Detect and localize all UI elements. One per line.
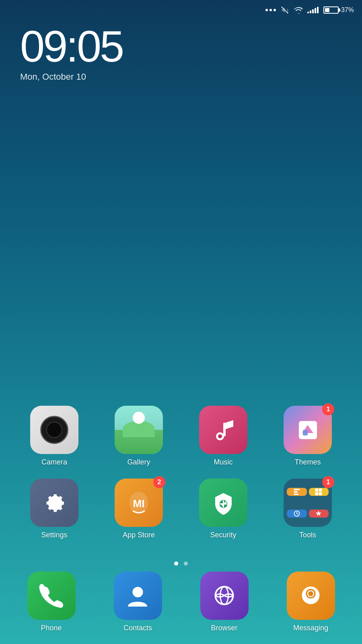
- app-row-2: Settings 2 MI App Store: [12, 479, 350, 539]
- clock-container: 09:05 Mon, October 10: [20, 24, 123, 82]
- app-camera[interactable]: Camera: [22, 406, 86, 466]
- contacts-icon: [114, 572, 162, 620]
- phone-icon: [27, 572, 76, 620]
- appstore-badge: 2: [153, 476, 165, 488]
- security-label: Security: [210, 531, 236, 539]
- wifi-icon: [294, 6, 302, 14]
- messaging-label: Messaging: [293, 624, 328, 632]
- contacts-svg: [125, 582, 151, 609]
- signal-icon: [307, 7, 319, 13]
- dock-phone[interactable]: Phone: [19, 572, 84, 632]
- app-music[interactable]: Music: [191, 406, 255, 466]
- page-dot-1[interactable]: [174, 561, 178, 566]
- settings-label: Settings: [41, 531, 67, 539]
- bar5: [317, 7, 319, 13]
- bar2: [310, 10, 311, 13]
- svg-rect-14: [315, 488, 319, 491]
- app-themes[interactable]: 1 Themes: [276, 406, 340, 466]
- browser-label: Browser: [211, 624, 237, 632]
- battery-percent: 37%: [341, 6, 354, 14]
- gallery-sun: [133, 412, 145, 424]
- clock-date: Mon, October 10: [20, 72, 123, 82]
- gallery-scene: [115, 406, 163, 454]
- tool-mini-3: [287, 510, 307, 518]
- svg-point-21: [133, 587, 143, 597]
- bar4: [315, 8, 316, 13]
- browser-icon: [200, 572, 249, 620]
- gallery-icon: [115, 406, 163, 454]
- svg-line-20: [297, 514, 298, 514]
- app-tools[interactable]: 1 Tools: [276, 479, 340, 539]
- contacts-label: Contacts: [123, 624, 152, 632]
- dot1: [265, 9, 268, 11]
- svg-rect-5: [303, 430, 308, 436]
- messaging-icon: [287, 572, 335, 620]
- dock-messaging[interactable]: Messaging: [279, 572, 343, 632]
- svg-point-2: [218, 434, 222, 438]
- app-row-1: Camera Gallery: [12, 406, 350, 466]
- camera-lens-inner: [46, 422, 62, 438]
- security-icon: [199, 479, 247, 527]
- camera-label: Camera: [41, 458, 67, 466]
- battery-fill: [325, 8, 329, 12]
- svg-rect-17: [319, 492, 322, 495]
- phone-svg: [38, 582, 64, 609]
- tool-mini-1: [287, 488, 307, 496]
- dock: Phone Contacts Browser: [0, 568, 362, 644]
- app-security[interactable]: Security: [191, 479, 255, 539]
- svg-text:MI: MI: [133, 497, 145, 510]
- page-dot-2[interactable]: [184, 561, 188, 566]
- security-svg: [210, 490, 237, 516]
- svg-rect-16: [315, 492, 319, 495]
- bar1: [307, 12, 309, 13]
- page-dots: [174, 561, 188, 566]
- battery-icon: [323, 6, 339, 14]
- svg-rect-15: [319, 488, 322, 491]
- tools-label: Tools: [299, 531, 316, 539]
- appstore-label: App Store: [123, 531, 155, 539]
- appstore-svg: MI: [125, 489, 153, 517]
- svg-rect-3: [223, 423, 226, 436]
- tool-mini-2: [309, 488, 329, 496]
- dot2: [269, 9, 272, 11]
- music-icon: [199, 406, 247, 454]
- dock-contacts[interactable]: Contacts: [106, 572, 170, 632]
- settings-svg: [41, 490, 68, 516]
- camera-icon: [30, 406, 78, 454]
- dot3: [274, 9, 276, 11]
- themes-label: Themes: [294, 458, 321, 466]
- app-appstore[interactable]: 2 MI App Store: [107, 479, 171, 539]
- mute-icon: [281, 6, 289, 14]
- battery-container: 37%: [323, 6, 354, 14]
- status-dots: [265, 9, 276, 11]
- tools-badge: 1: [322, 476, 334, 488]
- svg-rect-11: [294, 489, 300, 490]
- clock-time: 09:05: [20, 24, 123, 68]
- tools-icon: 1: [284, 479, 332, 527]
- tool-mini-4: [309, 510, 329, 518]
- music-svg: [211, 418, 235, 442]
- browser-svg: [211, 582, 237, 609]
- dock-browser[interactable]: Browser: [192, 572, 257, 632]
- messaging-svg: [298, 582, 324, 609]
- bar3: [312, 9, 314, 13]
- music-label: Music: [214, 458, 232, 466]
- gallery-label: Gallery: [127, 458, 150, 466]
- svg-rect-12: [294, 491, 297, 492]
- app-settings[interactable]: Settings: [22, 479, 86, 539]
- app-grid: Camera Gallery: [0, 406, 362, 551]
- themes-badge: 1: [322, 403, 334, 415]
- appstore-icon: 2 MI: [115, 479, 163, 527]
- svg-rect-13: [294, 493, 298, 495]
- settings-icon: [30, 479, 78, 527]
- svg-point-27: [309, 591, 313, 596]
- app-gallery[interactable]: Gallery: [107, 406, 171, 466]
- status-bar: 37%: [0, 0, 362, 20]
- phone-label: Phone: [41, 624, 62, 632]
- themes-icon: 1: [284, 406, 332, 454]
- camera-lens: [40, 416, 68, 444]
- themes-svg: [295, 417, 321, 443]
